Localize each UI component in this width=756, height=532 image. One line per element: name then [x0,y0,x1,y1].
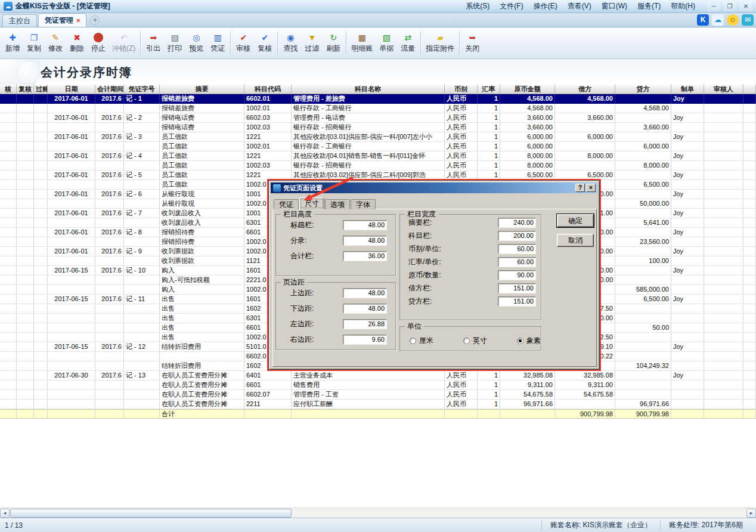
close-button[interactable]: ✕ [739,2,752,11]
margin-right-input[interactable]: 9.60 [343,335,387,345]
ok-button[interactable]: 确定 [557,214,594,227]
margin-bottom-input[interactable]: 48.00 [343,304,387,314]
toolbar-button-preview[interactable]: ◎预览 [185,29,207,57]
total-row-height-input[interactable]: 36.00 [343,251,387,261]
table-row[interactable]: 员工借款1002.03银行存款 - 招商银行人民币18,000.008,000.… [0,161,756,171]
table-row[interactable]: 报销电话费1002.03银行存款 - 招商银行人民币13,660.003,660… [0,123,756,132]
smiley-feedback-icon[interactable]: ☺ [727,14,739,26]
rate-col-width-input[interactable]: 60.00 [498,257,536,267]
toolbar-button-audit[interactable]: ✔审核 [233,29,254,57]
column-header[interactable]: 过账 [34,85,48,94]
cancel-button[interactable]: 取消 [557,234,594,247]
column-header[interactable]: 原币金额 [500,85,555,94]
column-header[interactable]: 复核 [17,85,34,94]
dialog-tab-size[interactable]: 尺寸 [299,197,324,209]
column-header[interactable]: 科目名称 [292,85,445,94]
table-row[interactable]: 在职人员工资费用分摊2211应付职工薪酬人民币196,971.6696,971.… [0,400,756,409]
menu-item[interactable]: 查看(V) [568,1,591,11]
column-header[interactable]: 凭证字号 [124,85,160,94]
column-header[interactable]: 科目代码 [244,85,292,94]
cloud-sync-icon[interactable]: ☁ [712,14,724,26]
table-row[interactable]: 在职人员工资费用分摊6602.07管理费用 - 工资人民币154,675.585… [0,390,756,400]
toolbar-button-filter[interactable]: ▼过滤 [301,29,323,57]
table-row[interactable]: 员工借款1002.01银行存款 - 工商银行人民币16,000.006,000.… [0,142,756,151]
table-row[interactable]: 2017-06-012017.6记 - 4员工借款1221其他应收款/[04.0… [0,151,756,161]
tab-voucher-management[interactable]: 凭证管理 × [38,13,86,27]
margin-left-input[interactable]: 26.88 [343,319,387,329]
toolbar-button-stop[interactable]: 停止 [88,29,109,57]
kingdee-logo-icon[interactable]: K [697,14,709,26]
margin-top-input[interactable]: 48.00 [343,288,387,298]
radio-option-象素[interactable]: 象素 [517,336,541,346]
column-header[interactable]: 核 [0,85,17,94]
column-header[interactable]: 会计期间 [95,85,124,94]
account-col-width-input[interactable]: 200.00 [498,231,536,241]
tab-close-icon[interactable]: × [76,17,80,24]
table-row[interactable]: 2017-06-012017.6记 - 3员工借款1221其他应收款/[03.0… [0,132,756,142]
dialog-help-button[interactable]: ? [575,184,585,192]
minimize-button[interactable]: ─ [707,2,720,11]
column-header[interactable]: 借方 [555,85,615,94]
toolbar-button-find[interactable]: ◉查找 [280,29,301,57]
table-row[interactable]: 2017-06-012017.6记 - 5员工借款1221其他应收款/[03.0… [0,171,756,180]
column-header[interactable]: 日期 [48,85,95,94]
menu-item[interactable]: 操作(E) [534,1,557,11]
radio-option-厘米[interactable]: 厘米 [410,336,433,346]
toolbar-button-refresh[interactable]: ↻刷新 [323,29,344,57]
toolbar-button-reverse[interactable]: ↶冲销(Z) [109,29,138,57]
toolbar-button-export[interactable]: ➡引出 [142,29,164,57]
table-cell: 员工借款 [160,132,244,142]
currency-col-width-input[interactable]: 60.00 [498,244,536,254]
column-header[interactable]: 贷方 [615,85,671,94]
table-row[interactable]: 在职人员工资费用分摊6601销售费用人民币19,311.009,311.00 [0,381,756,390]
scroll-right-button[interactable]: ► [746,509,756,518]
scrollbar-thumb[interactable] [10,509,292,518]
dialog-tab-options[interactable]: 选项 [325,199,350,209]
column-header[interactable]: 制单 [671,85,704,94]
dialog-close-button[interactable]: × [586,184,596,192]
toolbar-button-delete[interactable]: ✖删除 [66,29,88,57]
toolbar-button-review[interactable]: ✔复核 [254,29,275,57]
scroll-left-button[interactable]: ◄ [0,509,10,518]
menu-item[interactable]: 文件(F) [500,1,523,11]
table-row[interactable]: 2017-06-302017.6记 - 13在职人员工资费用分摊6401主营业务… [0,371,756,381]
message-icon[interactable]: ✉ [742,14,754,26]
menu-item[interactable]: 服务(T) [637,1,661,11]
column-header[interactable]: 汇率 [478,85,500,94]
toolbar-button-detail-ledger[interactable]: ▦明细账 [348,29,376,57]
table-row[interactable]: 2017-06-012017.6记 - 2报销电话费6602.03管理费用 - … [0,113,756,123]
toolbar-button-voucher[interactable]: ▥凭证 [207,29,228,57]
amount-col-width-input[interactable]: 90.00 [498,270,536,280]
table-row[interactable]: 报销差旅费1002.01银行存款 - 工商银行人民币14,568.004,568… [0,104,756,113]
table-row-selected[interactable]: 2017-06-012017.6记 - 1报销差旅费6602.01管理费用 - … [0,94,756,104]
dialog-title-bar[interactable]: 凭证页面设置 ? × [271,183,597,193]
table-cell [615,381,671,390]
new-tab-button[interactable]: + [90,16,100,25]
dialog-tab-font[interactable]: 字体 [351,199,376,209]
debit-col-width-input[interactable]: 151.00 [498,283,536,293]
toolbar-button-edit[interactable]: ✎修改 [45,29,66,57]
menu-item[interactable]: 帮助(H) [671,1,695,11]
menu-item[interactable]: 窗口(W) [602,1,627,11]
title-row-height-input[interactable]: 48.00 [343,220,387,230]
tab-main-console[interactable]: 主控台 [2,14,37,27]
column-header[interactable]: 摘要 [160,85,244,94]
dialog-tab-voucher[interactable]: 凭证 [274,199,299,209]
toolbar-button-close[interactable]: ➥关闭 [461,29,483,57]
summary-col-width-input[interactable]: 240.00 [498,218,536,228]
toolbar-button-document[interactable]: ▧单据 [376,29,397,57]
toolbar-button-print[interactable]: ▤打印 [164,29,185,57]
menu-item[interactable]: 系统(S) [466,1,489,11]
toolbar-button-cashflow[interactable]: ⇄流量 [397,29,419,57]
maximize-button[interactable]: ❐ [723,2,736,11]
entry-row-height-input[interactable]: 48.00 [343,236,387,246]
column-header[interactable] [743,85,756,94]
column-header[interactable]: 币别 [445,85,478,94]
toolbar-button-attachment[interactable]: ▰指定附件 [423,29,457,57]
horizontal-scrollbar[interactable]: ◄ ► [0,508,756,518]
toolbar-button-copy[interactable]: ❐复制 [23,29,45,57]
toolbar-button-new[interactable]: ✚新增 [2,29,23,57]
credit-col-width-input[interactable]: 151.00 [498,296,536,307]
radio-option-英寸[interactable]: 英寸 [463,336,487,346]
column-header[interactable]: 审核人 [704,85,743,94]
